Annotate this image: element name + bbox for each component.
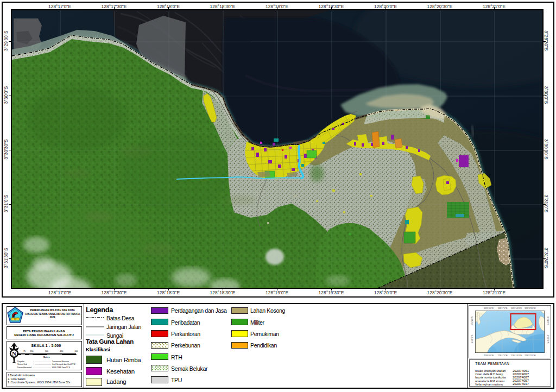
svg-text:N: N bbox=[12, 350, 16, 357]
